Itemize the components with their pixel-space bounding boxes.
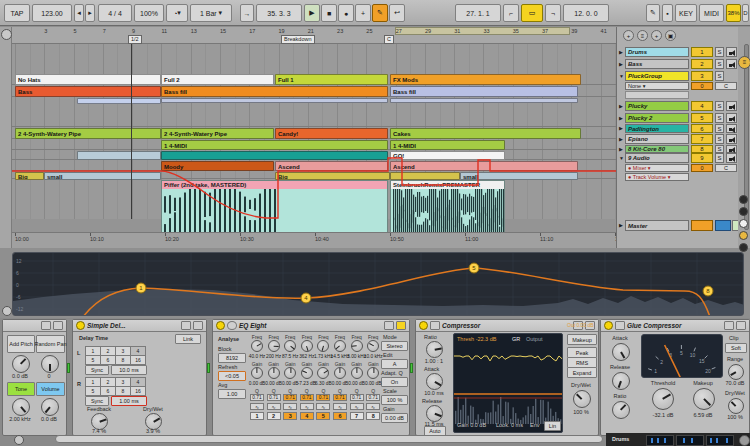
compressor-display[interactable]: Thresh -22.3 dB GR Output Gain 0.0 dB Lo… (453, 333, 563, 433)
filter-type-chooser[interactable]: ∿ (366, 403, 380, 410)
clip[interactable] (77, 98, 161, 104)
macro-knob-random-pan[interactable] (41, 355, 59, 373)
macro-button-random-pan[interactable]: Random Pan (36, 335, 65, 353)
clip[interactable]: small (44, 172, 161, 180)
device-activator-icon[interactable] (216, 321, 225, 330)
edit-mode-icon[interactable] (396, 321, 406, 330)
record-button[interactable]: ● (338, 4, 354, 22)
save-icon[interactable] (193, 321, 203, 330)
pan-field[interactable]: C (715, 82, 737, 90)
lock-icon[interactable] (736, 321, 746, 330)
clip[interactable]: Bass (15, 86, 161, 97)
track-header-bass[interactable]: ▶Bass2S (619, 59, 739, 70)
rack-device-titlebar[interactable] (3, 320, 66, 332)
simple-delay-titlebar[interactable]: Simple Del... (73, 320, 206, 332)
nav-circle-button[interactable] (739, 243, 748, 252)
macro-button-volume[interactable]: Volume (36, 382, 65, 396)
macro-button-add-pitch[interactable]: Add Pitch (7, 335, 35, 353)
track-name[interactable]: Padlington (625, 124, 689, 133)
band-freq-knob[interactable] (351, 340, 363, 352)
output-toggle[interactable]: Output (526, 336, 543, 342)
track-header-drums[interactable]: ▶Drums1S (619, 47, 739, 58)
edit-ab-button[interactable]: A (381, 359, 408, 369)
delay-beat-button[interactable]: 5 (85, 355, 101, 365)
attack-knob[interactable] (612, 343, 630, 361)
band-gain-knob[interactable] (351, 367, 363, 379)
clip[interactable]: No Hats (15, 74, 161, 85)
time-ruler[interactable]: 10:0010:1010:2010:3010:4010:5011:0011:10… (12, 232, 616, 248)
save-icon[interactable] (53, 321, 63, 330)
header-minibar-button[interactable]: + (651, 30, 662, 41)
track-number-unfold[interactable]: 7 (691, 134, 713, 144)
track-activator-button[interactable] (726, 47, 737, 57)
back-to-arrangement-button[interactable] (1, 29, 12, 40)
release-knob[interactable] (426, 405, 443, 422)
solo-button[interactable]: S (715, 153, 724, 163)
filter-type-chooser[interactable]: ∿ (350, 403, 364, 410)
sidechain-icon[interactable] (615, 321, 625, 330)
band-q-value[interactable]: 0.71 (333, 394, 347, 401)
clip[interactable]: Ascend (390, 161, 578, 171)
clip[interactable] (161, 151, 388, 160)
device-thumbnail[interactable] (706, 435, 734, 446)
tempo-field[interactable]: 123.00 (32, 4, 72, 22)
attack-knob[interactable] (426, 373, 443, 390)
track-name[interactable]: 9 Audio (625, 153, 689, 163)
clip[interactable]: Ascend (275, 161, 388, 171)
clip[interactable]: 1 4-MIDI (390, 140, 505, 150)
soft-clip-button[interactable]: Soft (725, 343, 747, 353)
band-freq-knob[interactable] (367, 340, 379, 352)
master-pan-slider[interactable] (715, 220, 731, 231)
track-activator-button[interactable] (726, 145, 737, 153)
loop-length-field[interactable]: 12. 0. 0 (563, 4, 609, 22)
track-name[interactable]: Epiano (625, 134, 689, 144)
delay-beat-button[interactable]: 8 (115, 355, 131, 365)
filter-type-chooser[interactable]: ∿ (250, 403, 264, 410)
expand-mode-button[interactable]: Expand (567, 367, 597, 378)
device-activator-icon[interactable] (604, 321, 613, 330)
punch-in-button[interactable]: ⌐ (503, 4, 519, 22)
nudge-up-button[interactable]: ▸ (85, 4, 95, 22)
delay-beat-button[interactable]: 16 (130, 386, 146, 396)
delay-time-right-field[interactable]: 1.00 ms (111, 396, 147, 406)
nav-circle-button[interactable] (739, 195, 748, 204)
track-header-8-kit-core-80[interactable]: ▶8 Kit-Core 808S (619, 145, 739, 153)
device-thumbnail[interactable] (676, 435, 704, 446)
track-number-unfold[interactable]: 1 (691, 47, 713, 57)
solo-button[interactable]: S (715, 71, 724, 81)
clip[interactable]: Bass fill (390, 86, 578, 97)
adaptq-toggle[interactable]: On (381, 377, 408, 387)
clip[interactable]: FX Mods (390, 74, 581, 85)
quantization-menu[interactable]: 1 Bar ▾ (190, 4, 232, 22)
sidechain-icon[interactable] (430, 321, 440, 330)
band-gain-knob[interactable] (268, 367, 280, 379)
band-activator[interactable]: 6 (333, 412, 347, 420)
band-gain-knob[interactable] (251, 367, 263, 379)
help-button[interactable] (739, 435, 750, 446)
band-gain-knob[interactable] (334, 367, 346, 379)
band-activator[interactable]: 1 (250, 412, 264, 420)
solo-button[interactable]: S (715, 47, 724, 57)
filter-type-chooser[interactable]: ∿ (283, 403, 297, 410)
header-minibar-button[interactable]: ▣ (665, 30, 676, 41)
key-map-button[interactable]: KEY (675, 4, 697, 22)
band-activator[interactable]: 4 (300, 412, 314, 420)
punch-out-button[interactable]: ¬ (545, 4, 561, 22)
play-button[interactable]: ▶ (304, 4, 320, 22)
device-view-button[interactable] (14, 435, 24, 445)
master-volume-slider[interactable] (691, 220, 713, 231)
follow-actions-button[interactable]: ▪ (662, 4, 673, 22)
band-q-value[interactable]: 0.71 (283, 394, 297, 401)
mode-select[interactable]: Stereo (381, 341, 408, 351)
band-gain-knob[interactable] (367, 367, 379, 379)
track-number-unfold[interactable]: 6 (691, 124, 713, 133)
band-q-value[interactable]: 0.71 (250, 394, 264, 401)
solo-button[interactable]: S (715, 145, 724, 153)
headphone-icon[interactable] (227, 321, 237, 330)
clip[interactable] (161, 98, 388, 103)
track-number-unfold[interactable]: 2 (691, 59, 713, 69)
track-header-padlington[interactable]: ▶Padlington6S (619, 124, 739, 133)
clip[interactable]: Full 2 (161, 74, 274, 85)
track-header-9-audio[interactable]: ▼9 Audio9S● Mixer ▾0C● Track Volume ▾ (619, 153, 739, 219)
filter-type-chooser[interactable]: ∿ (300, 403, 314, 410)
